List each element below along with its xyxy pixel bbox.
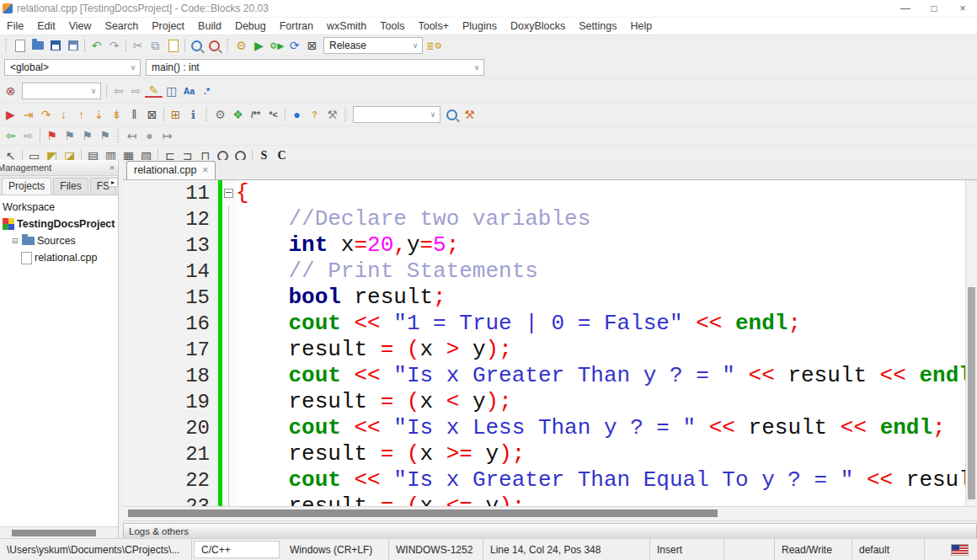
menu-build[interactable]: Build: [191, 18, 228, 35]
nav-back-icon[interactable]: ⇦: [2, 128, 19, 143]
next-bookmark-icon[interactable]: ⚑: [78, 128, 96, 143]
step-out-icon[interactable]: ↑: [72, 107, 90, 122]
menu-help[interactable]: Help: [623, 18, 659, 35]
menu-plugins[interactable]: Plugins: [456, 18, 504, 35]
menu-tools[interactable]: Tools+: [411, 18, 455, 35]
tree-item-relational-cpp[interactable]: relational.cpp: [0, 249, 118, 266]
menu-project[interactable]: Project: [145, 18, 191, 35]
incsearch-clear-icon[interactable]: ⊗: [2, 83, 19, 99]
run-icon[interactable]: ▶: [250, 38, 268, 53]
step-into-instruction-icon[interactable]: ⇟: [108, 107, 125, 122]
menu-search[interactable]: Search: [99, 18, 146, 35]
menu-tools[interactable]: Tools: [373, 18, 411, 35]
find-icon[interactable]: [188, 38, 206, 53]
doxy-run-chm-icon[interactable]: ?: [306, 107, 323, 122]
fold-line: [228, 285, 229, 311]
tools-search-icon[interactable]: [443, 107, 461, 122]
management-tab-files[interactable]: Files: [53, 178, 88, 195]
abort-build-icon[interactable]: ⊠: [303, 38, 321, 53]
function-select[interactable]: main() : int∨: [146, 59, 484, 76]
menu-fortran[interactable]: Fortran: [273, 18, 320, 35]
toggle-bookmark-icon[interactable]: ⚑: [43, 128, 61, 143]
incremental-search-input[interactable]: ∨: [22, 83, 101, 99]
tools-config-icon[interactable]: ⚒: [461, 107, 478, 122]
doxy-extract-icon[interactable]: ❖: [229, 107, 247, 122]
debugging-windows-icon[interactable]: ⊞: [167, 107, 184, 122]
menu-file[interactable]: File: [0, 18, 30, 35]
menu-wxsmith[interactable]: wxSmith: [320, 18, 373, 35]
code-editor[interactable]: 11{12 //Declare two variables13 int x=20…: [123, 180, 977, 506]
doxy-block-comment-icon[interactable]: /**: [247, 107, 264, 122]
menu-debug[interactable]: Debug: [228, 18, 273, 35]
undo-icon[interactable]: ↶: [88, 38, 105, 53]
management-tab-projects[interactable]: Projects: [2, 178, 51, 195]
close-button[interactable]: ×: [948, 0, 977, 17]
save-all-icon[interactable]: [64, 38, 82, 53]
doxy-run-html-icon[interactable]: ●: [288, 107, 306, 122]
prev-change-icon[interactable]: ↤: [123, 128, 141, 143]
search-prev-icon[interactable]: ⇦: [109, 83, 127, 99]
editor-hscroll-thumb[interactable]: [128, 509, 718, 517]
management-hscrollbar[interactable]: [0, 526, 118, 539]
collapse-icon[interactable]: ⊟: [12, 237, 21, 245]
clear-bookmarks-icon[interactable]: ⚑: [96, 128, 114, 143]
tree-item-sources[interactable]: ⊟Sources: [0, 232, 118, 249]
cut-icon[interactable]: ✂: [129, 38, 147, 53]
editor-vscrollbar[interactable]: [965, 180, 977, 506]
fold-column: [222, 337, 236, 363]
step-into-icon[interactable]: ↓: [55, 107, 72, 122]
build-and-run-icon[interactable]: ⚙▶: [268, 38, 286, 53]
next-change-icon[interactable]: ↦: [158, 128, 176, 143]
editor-tab-relational-cpp[interactable]: relational.cpp ×: [126, 161, 216, 179]
run-to-cursor-icon[interactable]: ⇥: [19, 107, 37, 122]
rebuild-icon[interactable]: ⟳: [286, 38, 303, 53]
debug-pause-icon[interactable]: ‖: [125, 107, 143, 122]
scope-select[interactable]: <global>∨: [4, 59, 141, 76]
prev-bookmark-icon[interactable]: ⚑: [61, 128, 78, 143]
management-close-icon[interactable]: ×: [106, 163, 118, 173]
build-target-select[interactable]: Release∨: [323, 37, 423, 54]
match-case-icon[interactable]: Aa: [180, 83, 198, 99]
menu-edit[interactable]: Edit: [30, 18, 62, 35]
build-icon[interactable]: ⚙: [232, 38, 250, 53]
highlight-matches-icon[interactable]: ✎: [145, 84, 163, 98]
menu-doxyblocks[interactable]: DoxyBlocks: [504, 18, 572, 35]
tools-search-input[interactable]: ∨: [353, 106, 440, 123]
changebar-icon[interactable]: ●: [141, 128, 158, 143]
tab-overflow-icon[interactable]: ▸: [108, 178, 118, 187]
doxy-wizard-icon[interactable]: ⚙: [211, 107, 229, 122]
line-number: 20: [123, 417, 217, 440]
maximize-button[interactable]: □: [920, 0, 948, 17]
minimize-button[interactable]: —: [891, 0, 920, 17]
build-options-icon[interactable]: ≣⚙: [425, 38, 443, 53]
menu-settings[interactable]: Settings: [572, 18, 623, 35]
open-file-icon[interactable]: [29, 38, 46, 53]
various-info-icon[interactable]: ℹ: [184, 107, 202, 122]
new-file-icon[interactable]: [11, 38, 29, 53]
tree-item-testingdocsproject[interactable]: TestingDocsProject: [0, 216, 118, 232]
next-instruction-icon[interactable]: ⇣: [90, 107, 108, 122]
nav-forward-icon[interactable]: ⇨: [19, 128, 37, 143]
fold-box-icon[interactable]: [224, 189, 233, 198]
copy-icon[interactable]: ⧉: [147, 38, 164, 53]
tree-item-workspace[interactable]: Workspace: [0, 199, 118, 216]
debug-continue-icon[interactable]: ▶: [2, 107, 19, 122]
doxy-settings-icon[interactable]: ⚒: [323, 107, 341, 122]
selected-text-only-icon[interactable]: ◫: [163, 83, 180, 99]
tab-close-icon[interactable]: ×: [202, 164, 208, 176]
search-next-icon[interactable]: ⇨: [127, 83, 145, 99]
logs-panel-caption[interactable]: Logs & others: [123, 523, 977, 539]
paste-icon[interactable]: [164, 38, 182, 53]
editor-hscrollbar[interactable]: [123, 506, 977, 521]
management-hscroll-thumb[interactable]: [12, 530, 96, 536]
redo-icon[interactable]: ↷: [105, 38, 123, 53]
regex-icon[interactable]: .*: [198, 83, 216, 99]
debug-stop-icon[interactable]: ⊠: [143, 107, 161, 122]
next-line-icon[interactable]: ↷: [37, 107, 55, 122]
menu-view[interactable]: View: [62, 18, 99, 35]
doxy-line-comment-icon[interactable]: *<: [264, 107, 282, 122]
fold-line: [228, 232, 229, 259]
save-icon[interactable]: [46, 38, 64, 53]
editor-vscroll-thumb[interactable]: [968, 287, 975, 499]
replace-icon[interactable]: [206, 38, 223, 53]
